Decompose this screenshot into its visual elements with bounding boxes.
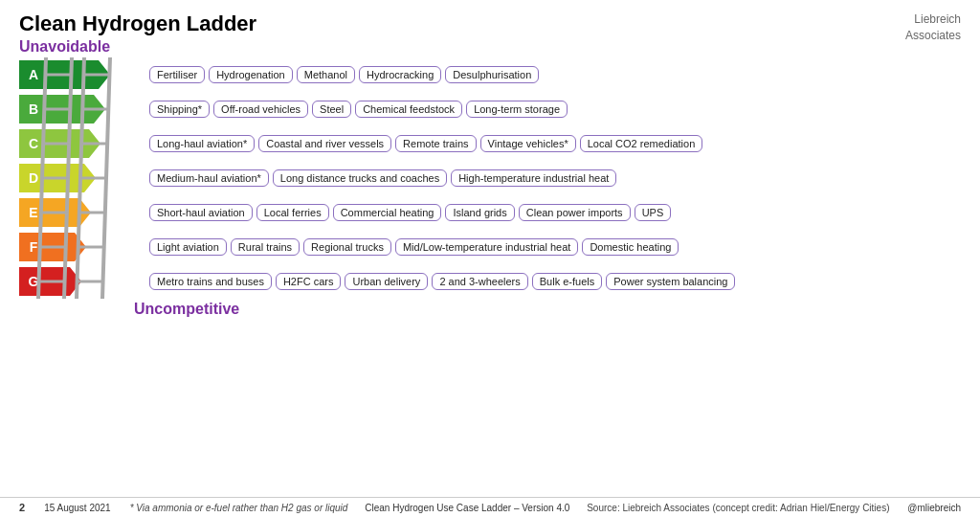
tag-item: Rural trains — [231, 238, 300, 256]
tag-item: Long-haul aviation* — [149, 135, 255, 152]
footer: 2 15 August 2021 * Via ammonia or e-fuel… — [0, 497, 980, 517]
tag-item: Domestic heating — [582, 238, 679, 256]
page: Clean Hydrogen Ladder Liebreich Associat… — [0, 0, 980, 517]
unavoidable-label: Unavoidable — [19, 38, 961, 56]
bar-row-C: C — [19, 126, 144, 161]
footer-center: Clean Hydrogen Use Case Ladder – Version… — [365, 503, 569, 513]
footnote: * Via ammonia or e-fuel rather than H2 g… — [130, 503, 348, 513]
tag-row-F: Light aviationRural trainsRegional truck… — [149, 230, 961, 264]
tag-item: Local ferries — [256, 204, 329, 221]
tag-item: Fertiliser — [149, 66, 205, 83]
bar-label-E: E — [23, 205, 44, 220]
bar-row-E: E — [19, 195, 144, 230]
tag-item: Island grids — [445, 204, 514, 221]
main-area: ABCDEFG — [19, 57, 961, 299]
bar-row-B: B — [19, 92, 144, 126]
bar-label-G: G — [23, 274, 44, 289]
bar-row-F: F — [19, 230, 144, 264]
page-title: Clean Hydrogen Ladder — [19, 11, 961, 36]
bar-label-F: F — [23, 239, 44, 255]
tag-item: Hydrogenation — [209, 66, 293, 83]
tag-item: Short-haul aviation — [149, 204, 253, 221]
bar-label-D: D — [23, 170, 44, 186]
tag-item: 2 and 3-wheelers — [432, 273, 527, 290]
tag-item: Long distance trucks and coaches — [273, 169, 447, 187]
footer-date: 15 August 2021 — [44, 503, 111, 513]
tag-item: UPS — [635, 204, 672, 221]
tag-item: Vintage vehicles* — [480, 135, 576, 152]
tag-item: Shipping* — [149, 101, 210, 118]
tag-item: Medium-haul aviation* — [149, 169, 269, 187]
tag-item: Remote trains — [395, 135, 476, 152]
tag-item: Mid/Low-temperature industrial heat — [395, 238, 578, 256]
bar-label-A: A — [23, 67, 44, 82]
tag-item: Steel — [312, 101, 351, 118]
tag-row-E: Short-haul aviationLocal ferriesCommerci… — [149, 195, 961, 230]
tag-row-C: Long-haul aviation*Coastal and river ves… — [149, 126, 961, 161]
tag-row-D: Medium-haul aviation*Long distance truck… — [149, 161, 961, 195]
tag-item: Desulphurisation — [445, 66, 539, 83]
bar-row-G: G — [19, 264, 144, 299]
uncompetitive-label: Uncompetitive — [134, 301, 961, 318]
footer-right: Source: Liebreich Associates (concept cr… — [587, 503, 961, 513]
rows-column: FertiliserHydrogenationMethanolHydrocrac… — [144, 57, 961, 299]
source-note: Source: Liebreich Associates (concept cr… — [587, 503, 889, 513]
tag-item: Metro trains and buses — [149, 273, 272, 290]
tag-item: Bulk e-fuels — [532, 273, 602, 290]
tag-item: Urban delivery — [345, 273, 428, 290]
ladder-area: ABCDEFG — [19, 57, 144, 299]
tag-item: Power system balancing — [606, 273, 735, 290]
brand: Liebreich Associates — [905, 11, 961, 44]
tag-row-G: Metro trains and busesH2FC carsUrban del… — [149, 264, 961, 299]
bar-label-C: C — [23, 136, 44, 151]
tag-item: Local CO2 remediation — [580, 135, 703, 152]
tag-item: Regional trucks — [303, 238, 391, 256]
footer-handle: @mliebreich — [907, 503, 961, 513]
tag-item: Methanol — [297, 66, 355, 83]
tag-item: Off-road vehicles — [213, 101, 308, 118]
tag-row-B: Shipping*Off-road vehiclesSteelChemical … — [149, 92, 961, 126]
bar-row-D: D — [19, 161, 144, 195]
tag-item: Commercial heating — [333, 204, 442, 221]
bar-row-A: A — [19, 57, 144, 92]
bars-column: ABCDEFG — [19, 57, 144, 299]
tag-row-A: FertiliserHydrogenationMethanolHydrocrac… — [149, 57, 961, 92]
tag-item: High-temperature industrial heat — [451, 169, 616, 187]
tag-item: Long-term storage — [466, 101, 568, 118]
tag-item: Hydrocracking — [359, 66, 441, 83]
tag-item: Clean power imports — [519, 204, 631, 221]
tag-item: Coastal and river vessels — [258, 135, 391, 152]
tag-item: Light aviation — [149, 238, 227, 256]
tag-item: H2FC cars — [276, 273, 342, 290]
tag-item: Chemical feedstock — [355, 101, 462, 118]
footer-page: 2 — [19, 502, 25, 513]
footer-left: 2 15 August 2021 * Via ammonia or e-fuel… — [19, 502, 347, 513]
bar-label-B: B — [23, 101, 44, 117]
